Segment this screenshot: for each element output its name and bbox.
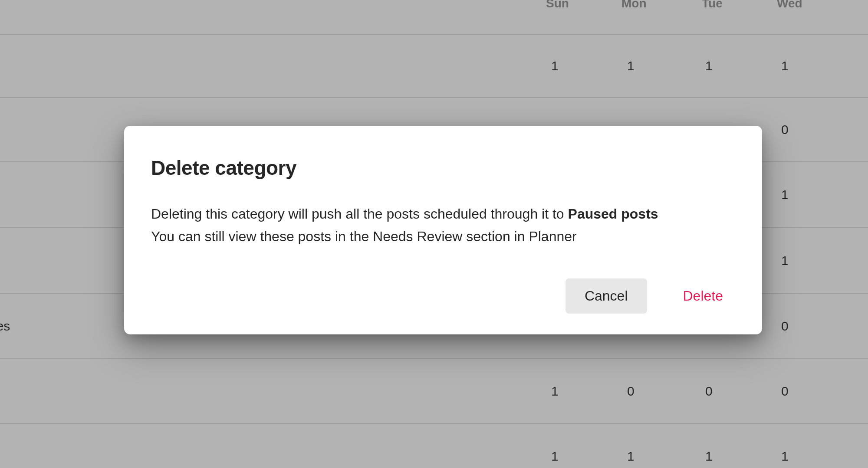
dialog-body-prefix: Deleting this category will push all the… (151, 206, 568, 222)
dialog-title: Delete category (151, 156, 735, 180)
dialog-actions: Cancel Delete (151, 278, 735, 314)
dialog-body-bold: Paused posts (568, 206, 658, 222)
dialog-body-line2: You can still view these posts in the Ne… (151, 229, 577, 244)
cancel-button[interactable]: Cancel (566, 278, 647, 314)
delete-button[interactable]: Delete (671, 278, 736, 314)
delete-category-dialog: Delete category Deleting this category w… (124, 126, 762, 334)
modal-overlay: Delete category Deleting this category w… (0, 0, 868, 468)
dialog-body: Deleting this category will push all the… (151, 203, 735, 248)
